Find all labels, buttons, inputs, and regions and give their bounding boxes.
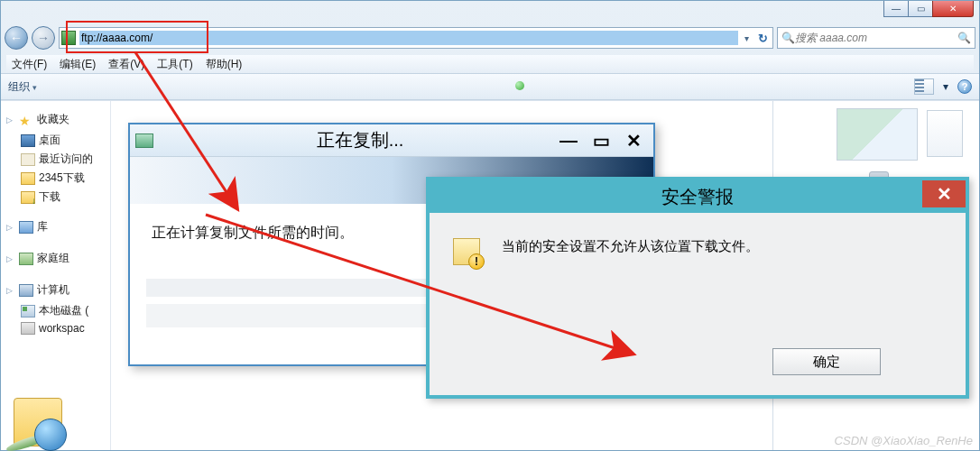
folder-icon bbox=[21, 172, 35, 185]
security-dialog-title: 安全警报 bbox=[661, 185, 734, 209]
help-button[interactable]: ? bbox=[957, 79, 972, 94]
window-maximize-button[interactable]: ▭ bbox=[908, 1, 933, 17]
window-caption-buttons: — ▭ ✕ bbox=[884, 1, 974, 17]
nav-row: ← → ftp://aaaa.com/ ▾ ↻ 🔍 搜索 aaaa.com 🔍 bbox=[5, 24, 975, 51]
drive-icon bbox=[21, 322, 35, 335]
menu-help[interactable]: 帮助(H) bbox=[206, 57, 243, 72]
nav-item-2345[interactable]: 2345下载 bbox=[5, 169, 106, 188]
menu-tools[interactable]: 工具(T) bbox=[157, 57, 192, 72]
nav-back-button[interactable]: ← bbox=[5, 26, 28, 50]
nav-label-homegroup: 家庭组 bbox=[37, 251, 69, 266]
ftp-site-icon bbox=[61, 31, 76, 45]
nav-group-library[interactable]: ▷ 库 bbox=[6, 219, 106, 235]
copy-min-button[interactable]: — bbox=[558, 131, 579, 151]
nav-label: workspac bbox=[39, 322, 85, 335]
copy-dialog-title: 正在复制... bbox=[162, 128, 558, 152]
downloads-icon bbox=[21, 191, 35, 204]
security-message-text: 当前的安全设置不允许从该位置下载文件。 bbox=[502, 238, 759, 255]
organize-menu-button[interactable]: 组织 bbox=[8, 79, 37, 95]
expand-icon: ▷ bbox=[6, 286, 15, 295]
watermark-text: CSDN @XiaoXiao_RenHe bbox=[835, 434, 973, 447]
nav-label-computer: 计算机 bbox=[37, 282, 69, 298]
view-options-dropdown[interactable]: ▾ bbox=[943, 80, 948, 93]
nav-item-downloads[interactable]: 下载 bbox=[5, 188, 106, 207]
menu-file[interactable]: 文件(F) bbox=[12, 57, 47, 72]
security-close-button[interactable]: ✕ bbox=[922, 180, 966, 207]
view-options-button[interactable] bbox=[914, 78, 934, 95]
splitter-handle-icon[interactable] bbox=[515, 81, 524, 90]
nav-item-local-disk[interactable]: 本地磁盘 ( bbox=[5, 301, 106, 320]
window-close-button[interactable]: ✕ bbox=[932, 1, 974, 17]
copy-app-icon bbox=[135, 133, 153, 148]
star-icon: ★ bbox=[19, 114, 33, 126]
nav-label-library: 库 bbox=[37, 219, 48, 235]
address-history-dropdown[interactable]: ▾ bbox=[738, 33, 754, 43]
recent-icon bbox=[21, 153, 35, 166]
copy-max-button[interactable]: ▭ bbox=[590, 131, 612, 151]
homegroup-icon bbox=[19, 253, 33, 265]
nav-label: 2345下载 bbox=[39, 170, 85, 186]
nav-item-recent[interactable]: 最近访问的 bbox=[5, 150, 106, 169]
preview-thumbnail bbox=[837, 108, 918, 161]
nav-label: 下载 bbox=[39, 189, 60, 205]
nav-item-desktop[interactable]: 桌面 bbox=[5, 131, 106, 150]
nav-forward-button[interactable]: → bbox=[32, 26, 55, 50]
nav-item-workspace[interactable]: workspac bbox=[5, 320, 106, 336]
search-go-icon[interactable]: 🔍 bbox=[957, 32, 971, 44]
search-icon: 🔍 bbox=[781, 32, 795, 44]
warning-lock-icon bbox=[453, 238, 480, 265]
drive-icon bbox=[21, 305, 35, 318]
preview-file-icon bbox=[927, 110, 963, 157]
security-dialog-titlebar[interactable]: 安全警报 ✕ bbox=[430, 180, 966, 213]
expand-icon: ▷ bbox=[6, 254, 15, 263]
expand-icon: ▷ bbox=[6, 223, 15, 232]
nav-group-computer[interactable]: ▷ 计算机 bbox=[6, 282, 106, 298]
address-url-text[interactable]: ftp://aaaa.com/ bbox=[79, 31, 738, 45]
menu-edit[interactable]: 编辑(E) bbox=[60, 57, 96, 72]
expand-icon: ▷ bbox=[6, 115, 15, 124]
desktop-icon bbox=[21, 134, 35, 147]
security-ok-button[interactable]: 确定 bbox=[772, 348, 881, 375]
nav-label: 最近访问的 bbox=[39, 152, 93, 167]
nav-label: 桌面 bbox=[39, 133, 60, 148]
nav-label-favorites: 收藏夹 bbox=[37, 112, 69, 127]
nav-group-favorites[interactable]: ▷ ★ 收藏夹 bbox=[6, 112, 106, 127]
copy-dialog-titlebar[interactable]: 正在复制... — ▭ ✕ bbox=[130, 124, 653, 157]
window-minimize-button[interactable]: — bbox=[883, 1, 909, 17]
command-bar: 组织 ▾ ? bbox=[1, 73, 979, 100]
nav-group-homegroup[interactable]: ▷ 家庭组 bbox=[6, 251, 106, 266]
library-icon bbox=[19, 221, 33, 234]
computer-icon bbox=[19, 284, 33, 297]
copy-close-button[interactable]: ✕ bbox=[623, 131, 644, 151]
menu-bar: 文件(F) 编辑(E) 查看(V) 工具(T) 帮助(H) bbox=[6, 55, 974, 73]
details-pane-icon bbox=[14, 398, 62, 446]
security-alert-dialog: 安全警报 ✕ 当前的安全设置不允许从该位置下载文件。 确定 bbox=[426, 177, 969, 399]
menu-view[interactable]: 查看(V) bbox=[108, 57, 144, 72]
search-box[interactable]: 🔍 搜索 aaaa.com 🔍 bbox=[777, 27, 975, 49]
search-placeholder: 搜索 aaaa.com bbox=[795, 31, 957, 46]
address-bar[interactable]: ftp://aaaa.com/ ▾ ↻ bbox=[59, 27, 773, 49]
ftp-globe-icon bbox=[14, 398, 62, 446]
address-refresh-button[interactable]: ↻ bbox=[754, 32, 771, 45]
nav-label: 本地磁盘 ( bbox=[39, 303, 88, 318]
